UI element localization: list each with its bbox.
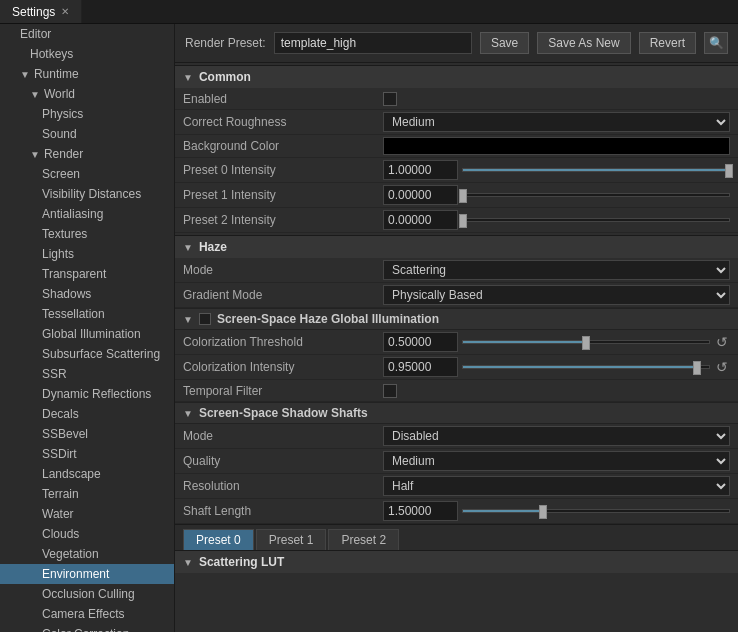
sidebar-item-occlusion-culling[interactable]: Occlusion Culling	[0, 584, 174, 604]
sidebar-item-landscape[interactable]: Landscape	[0, 464, 174, 484]
sidebar-item-ssbevel[interactable]: SSBevel	[0, 424, 174, 444]
prop-preset1-intensity: Preset 1 Intensity	[175, 183, 738, 208]
prop-correct-roughness-label: Correct Roughness	[183, 115, 383, 129]
sidebar-item-water[interactable]: Water	[0, 504, 174, 524]
tab-preset2[interactable]: Preset 2	[328, 529, 399, 550]
sidebar-item-decals[interactable]: Decals	[0, 404, 174, 424]
revert-button[interactable]: Revert	[639, 32, 696, 54]
tab-settings-close[interactable]: ✕	[61, 6, 69, 17]
sidebar-item-hotkeys[interactable]: Hotkeys	[0, 44, 174, 64]
sidebar-item-lights[interactable]: Lights	[0, 244, 174, 264]
colorization-threshold-reset[interactable]: ↺	[714, 334, 730, 350]
sidebar-item-global-illumination[interactable]: Global Illumination	[0, 324, 174, 344]
sidebar-item-ssr[interactable]: SSR	[0, 364, 174, 384]
colorization-intensity-slider[interactable]	[462, 365, 710, 369]
tree-toggle-runtime: ▼	[20, 69, 30, 80]
sidebar-item-antialiasing[interactable]: Antialiasing	[0, 204, 174, 224]
background-color-swatch[interactable]	[383, 137, 730, 155]
temporal-filter-checkbox[interactable]	[383, 384, 397, 398]
sidebar-item-physics[interactable]: Physics	[0, 104, 174, 124]
sidebar-item-shadows[interactable]: Shadows	[0, 284, 174, 304]
sidebar-label-occlusion-culling: Occlusion Culling	[42, 587, 135, 601]
preset2-value-input[interactable]	[383, 210, 458, 230]
sidebar-label-tessellation: Tessellation	[42, 307, 105, 321]
sidebar-item-dynamic-reflections[interactable]: Dynamic Reflections	[0, 384, 174, 404]
prop-shadow-mode-label: Mode	[183, 429, 383, 443]
colorization-threshold-slider[interactable]	[462, 340, 710, 344]
sidebar-item-subsurface-scattering[interactable]: Subsurface Scattering	[0, 344, 174, 364]
shadow-resolution-select[interactable]: Half Full	[383, 476, 730, 496]
sidebar-item-transparent[interactable]: Transparent	[0, 264, 174, 284]
shaft-length-slider[interactable]	[462, 509, 730, 513]
sidebar-label-lights: Lights	[42, 247, 74, 261]
preset2-slider-track[interactable]	[462, 218, 730, 222]
tab-preset0[interactable]: Preset 0	[183, 529, 254, 550]
preset1-value-input[interactable]	[383, 185, 458, 205]
sidebar-item-screen[interactable]: Screen	[0, 164, 174, 184]
prop-shadow-quality-label: Quality	[183, 454, 383, 468]
sidebar-item-world[interactable]: ▼World	[0, 84, 174, 104]
colorization-intensity-input[interactable]	[383, 357, 458, 377]
preset1-slider-track[interactable]	[462, 193, 730, 197]
preset-input[interactable]	[274, 32, 472, 54]
preset0-slider-track[interactable]	[462, 168, 730, 172]
prop-background-color: Background Color	[175, 135, 738, 158]
search-icon-button[interactable]: 🔍	[704, 32, 728, 54]
colorization-intensity-reset[interactable]: ↺	[714, 359, 730, 375]
sidebar-label-physics: Physics	[42, 107, 83, 121]
sidebar-item-color-correction[interactable]: Color Correction	[0, 624, 174, 632]
sidebar-item-render[interactable]: ▼Render	[0, 144, 174, 164]
sidebar-item-environment[interactable]: Environment	[0, 564, 174, 584]
colorization-threshold-input[interactable]	[383, 332, 458, 352]
shadow-shafts-header[interactable]: ▼ Screen-Space Shadow Shafts	[175, 402, 738, 424]
sidebar-label-terrain: Terrain	[42, 487, 79, 501]
screen-space-haze-checkbox[interactable]	[199, 313, 211, 325]
sidebar-label-clouds: Clouds	[42, 527, 79, 541]
preset-label: Render Preset:	[185, 36, 266, 50]
shadow-shafts-title: Screen-Space Shadow Shafts	[199, 406, 368, 420]
scattering-lut-header[interactable]: ▼ Scattering LUT	[175, 550, 738, 573]
prop-preset0-label: Preset 0 Intensity	[183, 163, 383, 177]
prop-enabled-label: Enabled	[183, 92, 383, 106]
preset0-value-input[interactable]	[383, 160, 458, 180]
sidebar-label-editor: Editor	[20, 27, 51, 41]
sidebar-label-antialiasing: Antialiasing	[42, 207, 103, 221]
haze-section-header[interactable]: ▼ Haze	[175, 235, 738, 258]
tab-preset1[interactable]: Preset 1	[256, 529, 327, 550]
sidebar-label-camera-effects: Camera Effects	[42, 607, 124, 621]
save-button[interactable]: Save	[480, 32, 529, 54]
shaft-length-input[interactable]	[383, 501, 458, 521]
sidebar-item-clouds[interactable]: Clouds	[0, 524, 174, 544]
tab-settings[interactable]: Settings ✕	[0, 0, 82, 23]
shadow-mode-select[interactable]: Disabled Enabled	[383, 426, 730, 446]
correct-roughness-select[interactable]: Medium Low High	[383, 112, 730, 132]
prop-temporal-filter-label: Temporal Filter	[183, 384, 383, 398]
prop-shadow-mode: Mode Disabled Enabled	[175, 424, 738, 449]
sidebar-item-tessellation[interactable]: Tessellation	[0, 304, 174, 324]
screen-space-haze-header[interactable]: ▼ Screen-Space Haze Global Illumination	[175, 308, 738, 330]
mode-select[interactable]: Scattering None	[383, 260, 730, 280]
sidebar-item-sound[interactable]: Sound	[0, 124, 174, 144]
prop-mode-label: Mode	[183, 263, 383, 277]
sidebar-item-ssdirt[interactable]: SSDirt	[0, 444, 174, 464]
sidebar-item-visibility-distances[interactable]: Visibility Distances	[0, 184, 174, 204]
sidebar-item-textures[interactable]: Textures	[0, 224, 174, 244]
enabled-checkbox[interactable]	[383, 92, 397, 106]
shadow-quality-select[interactable]: Medium Low High	[383, 451, 730, 471]
sidebar-item-terrain[interactable]: Terrain	[0, 484, 174, 504]
scattering-lut-title: Scattering LUT	[199, 555, 284, 569]
sidebar-label-visibility-distances: Visibility Distances	[42, 187, 141, 201]
gradient-mode-select[interactable]: Physically Based Simple	[383, 285, 730, 305]
prop-preset2-label: Preset 2 Intensity	[183, 213, 383, 227]
sidebar-item-editor[interactable]: Editor	[0, 24, 174, 44]
sidebar-item-runtime[interactable]: ▼Runtime	[0, 64, 174, 84]
common-section-header[interactable]: ▼ Common	[175, 65, 738, 88]
properties-area: ▼ Common Enabled Correct Roughness Mediu…	[175, 63, 738, 632]
sidebar-item-camera-effects[interactable]: Camera Effects	[0, 604, 174, 624]
sidebar-label-global-illumination: Global Illumination	[42, 327, 141, 341]
prop-shaft-length: Shaft Length	[175, 499, 738, 524]
sidebar-item-vegetation[interactable]: Vegetation	[0, 544, 174, 564]
tree-toggle-world: ▼	[30, 89, 40, 100]
save-as-new-button[interactable]: Save As New	[537, 32, 630, 54]
tree-toggle-render: ▼	[30, 149, 40, 160]
